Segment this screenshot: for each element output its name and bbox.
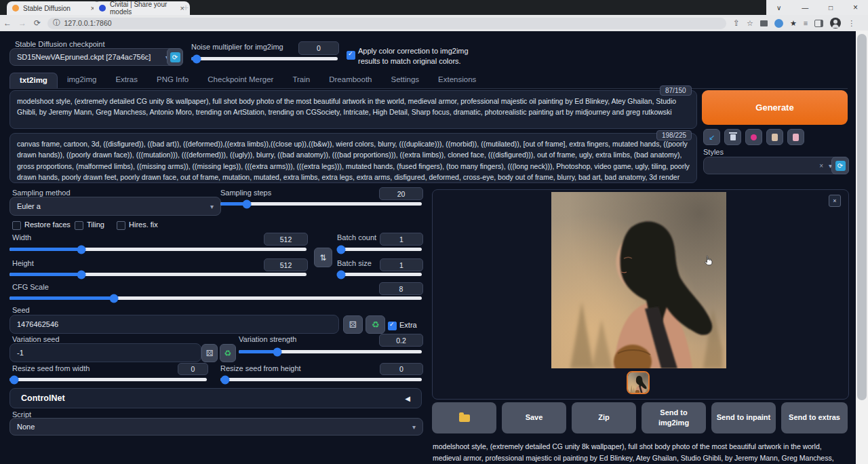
swap-dimensions-button[interactable]: ⇅ bbox=[314, 248, 332, 267]
folder-icon bbox=[459, 414, 470, 422]
negative-prompt-input[interactable]: canvas frame, cartoon, 3d, ((disfigured)… bbox=[9, 133, 697, 183]
styles-dropdown[interactable]: × ▾ bbox=[703, 157, 840, 174]
back-icon[interactable]: ← bbox=[0, 18, 15, 28]
open-folder-button[interactable] bbox=[432, 402, 496, 433]
site-info-icon[interactable]: ⓘ bbox=[53, 18, 60, 28]
new-tab-icon[interactable]: + bbox=[183, 2, 189, 13]
cfg-scale-slider[interactable] bbox=[9, 296, 422, 300]
tab-extras[interactable]: Extras bbox=[106, 73, 147, 88]
batch-size-slider[interactable] bbox=[337, 273, 422, 276]
window-chevron-icon[interactable]: ∨ bbox=[776, 4, 781, 12]
tab-train[interactable]: Train bbox=[283, 73, 319, 88]
send-to-extras-button[interactable]: Send to extras bbox=[781, 402, 848, 433]
extension-blue-icon[interactable] bbox=[774, 19, 783, 28]
refresh-icon: ⟳ bbox=[170, 52, 180, 62]
controlnet-accordion[interactable]: ControlNet ◀ bbox=[9, 388, 422, 408]
extra-networks-button[interactable] bbox=[745, 129, 762, 145]
page-scrollbar[interactable] bbox=[856, 31, 868, 464]
restore-faces-checkbox[interactable] bbox=[12, 221, 21, 230]
sampling-steps-slider[interactable] bbox=[220, 202, 422, 206]
scrollbar-thumb[interactable] bbox=[857, 34, 867, 400]
send-to-inpaint-button[interactable]: Send to inpaint bbox=[711, 402, 776, 433]
sampling-steps-value[interactable]: 20 bbox=[379, 187, 423, 200]
script-dropdown[interactable]: None ▾ bbox=[9, 418, 423, 436]
tab-txt2img[interactable]: txt2img bbox=[9, 73, 58, 88]
resize-seed-height-value[interactable]: 0 bbox=[380, 363, 423, 375]
browser-menu-icon[interactable]: ⋮ bbox=[848, 19, 855, 28]
extension-film-icon[interactable] bbox=[760, 20, 768, 26]
window-minimize-icon[interactable]: — bbox=[802, 4, 808, 12]
browser-toolbar: ← → ⟳ ⓘ 127.0.0.1:7860 ⇪ ☆ ★ ≡ ⋮ bbox=[0, 15, 868, 31]
width-value[interactable]: 512 bbox=[264, 233, 308, 246]
browser-tab-stable-diffusion[interactable]: Stable Diffusion × bbox=[7, 1, 100, 15]
tab-png-info[interactable]: PNG Info bbox=[147, 73, 198, 88]
checkpoint-dropdown[interactable]: SD15NewVAEpruned.ckpt [27a4ac756c] ▾ bbox=[9, 48, 176, 66]
generate-button[interactable]: Generate bbox=[702, 90, 848, 125]
color-correction-checkbox[interactable] bbox=[347, 51, 355, 60]
paste-params-button[interactable]: ↙ bbox=[703, 129, 720, 145]
tab-checkpoint-merger[interactable]: Checkpoint Merger bbox=[198, 73, 283, 88]
hires-fix-checkbox[interactable] bbox=[117, 221, 125, 230]
batch-count-slider[interactable] bbox=[337, 248, 422, 251]
variation-strength-slider[interactable] bbox=[239, 350, 422, 353]
tab-dreambooth[interactable]: Dreambooth bbox=[319, 73, 381, 88]
apply-style-button[interactable] bbox=[766, 129, 783, 145]
noise-multiplier-slider[interactable] bbox=[191, 57, 338, 60]
close-preview-button[interactable]: × bbox=[829, 195, 841, 207]
sampling-method-dropdown[interactable]: Euler a ▾ bbox=[9, 197, 221, 216]
height-value[interactable]: 512 bbox=[264, 258, 308, 271]
profile-avatar[interactable] bbox=[830, 18, 841, 28]
clear-prompt-button[interactable] bbox=[724, 129, 741, 145]
batch-count-value[interactable]: 1 bbox=[380, 233, 423, 246]
variation-seed-input[interactable]: -1 bbox=[9, 343, 201, 362]
tiling-checkbox[interactable] bbox=[75, 221, 83, 230]
resize-seed-height-slider[interactable] bbox=[220, 378, 422, 381]
prompt-input[interactable]: modelshoot style, (extremely detailed CG… bbox=[9, 90, 697, 129]
reload-icon[interactable]: ⟳ bbox=[30, 18, 45, 28]
zip-button[interactable]: Zip bbox=[572, 402, 636, 433]
window-restore-icon[interactable]: □ bbox=[829, 4, 833, 12]
side-panel-icon[interactable] bbox=[814, 20, 823, 27]
sampling-method-value: Euler a bbox=[17, 202, 41, 210]
width-label: Width bbox=[12, 233, 31, 241]
resize-seed-width-value[interactable]: 0 bbox=[178, 363, 208, 375]
clear-styles-icon[interactable]: × bbox=[819, 162, 823, 170]
resize-seed-width-slider[interactable] bbox=[9, 378, 207, 381]
variation-strength-value[interactable]: 0.2 bbox=[379, 334, 423, 347]
window-close-icon[interactable]: × bbox=[853, 3, 858, 12]
share-icon[interactable]: ⇪ bbox=[733, 18, 740, 28]
checkpoint-refresh-button[interactable]: ⟳ bbox=[167, 48, 183, 66]
width-slider[interactable] bbox=[9, 248, 307, 251]
noise-multiplier-value[interactable]: 0 bbox=[298, 41, 339, 55]
cursor-pointer bbox=[703, 254, 715, 267]
forward-icon[interactable]: → bbox=[15, 18, 30, 28]
clipboard-icon bbox=[772, 134, 778, 141]
checkpoint-label: Stable Diffusion checkpoint bbox=[15, 40, 105, 48]
address-bar[interactable]: ⓘ 127.0.0.1:7860 bbox=[47, 18, 726, 29]
cfg-scale-value[interactable]: 8 bbox=[379, 282, 423, 295]
styles-refresh-button[interactable]: ⟳ bbox=[831, 157, 849, 174]
reuse-seed-button[interactable]: ♻ bbox=[366, 315, 385, 334]
generated-image[interactable] bbox=[551, 192, 726, 368]
save-button[interactable]: Save bbox=[502, 402, 566, 433]
sampling-method-label: Sampling method bbox=[12, 189, 71, 197]
random-seed-button[interactable]: ⚄ bbox=[343, 315, 363, 334]
browser-tab-civitai[interactable]: Civitai | Share your models × bbox=[94, 1, 190, 15]
tab-extensions[interactable]: Extensions bbox=[429, 73, 486, 88]
extension-star-icon[interactable]: ★ bbox=[790, 19, 797, 28]
tab-settings[interactable]: Settings bbox=[382, 73, 429, 88]
seed-input[interactable]: 1476462546 bbox=[9, 315, 339, 334]
resize-seed-height-label: Resize seed from height bbox=[220, 364, 301, 372]
variation-random-seed-button[interactable]: ⚄ bbox=[201, 344, 218, 362]
tab-img2img[interactable]: img2img bbox=[58, 73, 106, 88]
variation-reuse-seed-button[interactable]: ♻ bbox=[220, 344, 236, 362]
height-slider[interactable] bbox=[9, 273, 307, 276]
batch-size-value[interactable]: 1 bbox=[380, 258, 423, 271]
bookmark-star-icon[interactable]: ☆ bbox=[747, 19, 753, 28]
reading-list-icon[interactable]: ≡ bbox=[804, 19, 808, 27]
send-to-img2img-button[interactable]: Send to img2img bbox=[642, 402, 706, 433]
extra-seed-checkbox[interactable] bbox=[388, 322, 397, 330]
save-style-button[interactable] bbox=[787, 129, 804, 145]
recycle-icon: ♻ bbox=[224, 349, 232, 358]
gallery-thumbnail[interactable] bbox=[627, 371, 650, 394]
